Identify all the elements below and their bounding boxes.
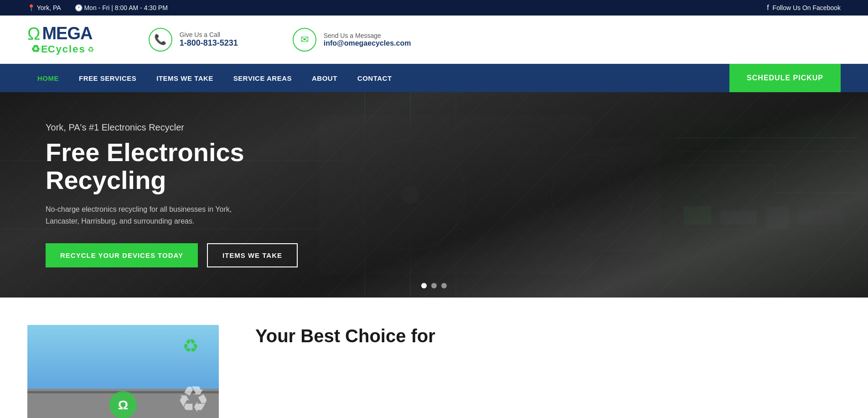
hero-title: Free Electronics Recycling	[46, 138, 298, 194]
top-bar: 📍 York, PA 🕐 Mon - Fri | 8:00 AM - 4:30 …	[0, 0, 868, 16]
hero-content: York, PA's #1 Electronics Recycler Free …	[0, 122, 343, 267]
omega-icon: Ω	[27, 25, 40, 42]
phone-icon: 📞	[149, 28, 172, 52]
recycle-devices-button[interactable]: RECYCLE YOUR DEVICES TODAY	[46, 243, 198, 267]
nav-item-about[interactable]: ABOUT	[302, 64, 347, 92]
header: Ω MEGA ♻ E Cycles ♻ 📞 Give Us a Call 1-8…	[0, 16, 868, 64]
nav-item-items-we-take[interactable]: ITEMS WE TAKE	[146, 64, 223, 92]
top-bar-left: 📍 York, PA 🕐 Mon - Fri | 8:00 AM - 4:30 …	[27, 4, 168, 11]
hero-section: York, PA's #1 Electronics Recycler Free …	[0, 92, 868, 298]
top-bar-right[interactable]: f Follow Us On Facebook	[767, 4, 841, 12]
pin-icon: 📍	[27, 4, 35, 11]
nav-item-service-areas[interactable]: SERVICE AREAS	[223, 64, 302, 92]
items-we-take-button[interactable]: ITEMS WE TAKE	[207, 243, 298, 267]
carousel-dot-2[interactable]	[431, 283, 437, 288]
below-text: Your Best Choice for	[255, 325, 841, 347]
nav-item-contact[interactable]: CONTACT	[347, 64, 402, 92]
recycle-icon: ♻	[31, 43, 40, 55]
svg-text:♻: ♻	[182, 336, 199, 356]
email-contact: ✉ Send Us a Message info@omegaecycles.co…	[293, 28, 411, 52]
location-text: 📍 York, PA	[27, 4, 61, 11]
nav-item-free-services[interactable]: FREE SERVICES	[69, 64, 146, 92]
svg-rect-15	[661, 115, 866, 288]
hero-description: No-charge electronics recycling for all …	[46, 204, 264, 227]
hero-buttons: RECYCLE YOUR DEVICES TODAY ITEMS WE TAKE	[46, 243, 298, 267]
email-info: Send Us a Message info@omegaecycles.com	[324, 32, 411, 47]
svg-rect-22	[720, 211, 757, 225]
svg-text:Ω: Ω	[118, 398, 128, 412]
carousel-dot-1[interactable]	[421, 283, 427, 288]
nav-item-home[interactable]: HOME	[27, 64, 69, 92]
email-icon: ✉	[293, 28, 316, 52]
svg-rect-24	[798, 211, 843, 225]
phone-info: Give Us a Call 1-800-813-5231	[180, 31, 238, 48]
cycles-text: Cycles	[48, 43, 86, 55]
clock-icon: 🕐	[75, 4, 83, 11]
hours-text: 🕐 Mon - Fri | 8:00 AM - 4:30 PM	[75, 4, 168, 11]
recycle-icon-2: ♻	[88, 45, 94, 54]
svg-rect-21	[684, 206, 711, 225]
logo[interactable]: Ω MEGA ♻ E Cycles ♻	[27, 24, 94, 55]
main-nav: HOME FREE SERVICES ITEMS WE TAKE SERVICE…	[0, 64, 868, 92]
hero-carousel-dots	[421, 283, 447, 288]
e-letter: E	[41, 43, 48, 55]
below-image: Ω ♻	[27, 325, 219, 418]
below-title: Your Best Choice for	[255, 325, 841, 347]
svg-rect-23	[766, 206, 789, 229]
facebook-icon: f	[767, 4, 769, 12]
carousel-dot-3[interactable]	[441, 283, 447, 288]
svg-point-10	[401, 186, 419, 204]
below-hero-section: Ω ♻ Your Best Choice for	[0, 298, 868, 418]
phone-contact: 📞 Give Us a Call 1-800-813-5231	[149, 28, 238, 52]
brand-name: MEGA	[42, 24, 92, 43]
svg-rect-12	[511, 147, 675, 243]
schedule-pickup-button[interactable]: SCHEDULE PICKUP	[729, 64, 841, 92]
nav-items: HOME FREE SERVICES ITEMS WE TAKE SERVICE…	[27, 64, 729, 92]
hero-subtitle: York, PA's #1 Electronics Recycler	[46, 122, 298, 133]
